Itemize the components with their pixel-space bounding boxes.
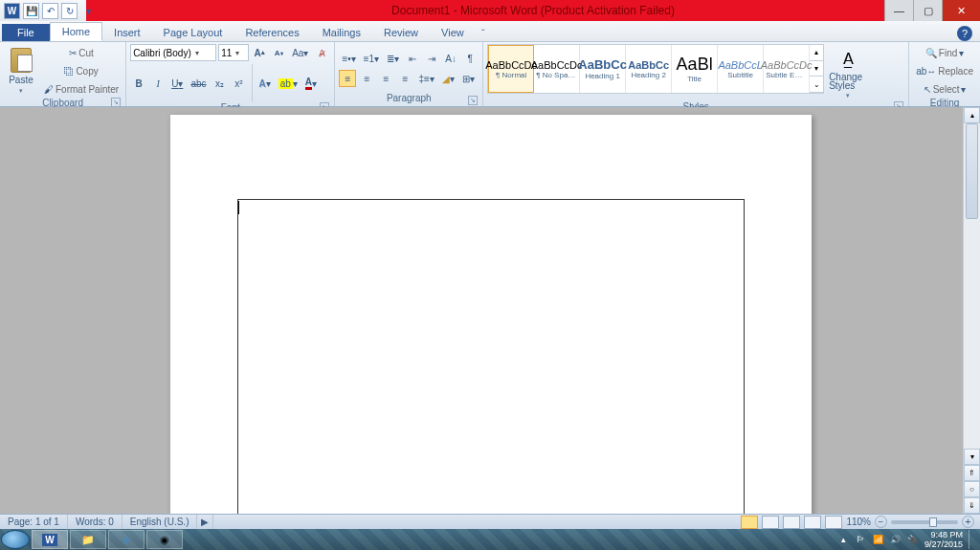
undo-icon[interactable]: ↶ — [42, 3, 58, 19]
find-button[interactable]: 🔍 Find ▾ — [913, 44, 976, 61]
clear-formatting-button[interactable]: A̷ — [313, 44, 330, 61]
full-screen-view-button[interactable] — [762, 516, 779, 529]
network-icon[interactable]: 📶 — [873, 534, 884, 545]
zoom-out-button[interactable]: − — [875, 516, 887, 528]
sort-button[interactable]: A↓ — [442, 50, 459, 67]
multilevel-list-button[interactable]: ≣▾ — [384, 50, 402, 67]
tab-home[interactable]: Home — [50, 22, 102, 41]
bold-button[interactable]: B — [130, 75, 147, 92]
cut-button[interactable]: ✂ Cut — [41, 44, 122, 61]
tab-review[interactable]: Review — [372, 24, 430, 41]
line-spacing-button[interactable]: ‡≡▾ — [415, 70, 436, 87]
highlight-button[interactable]: ab▾ — [276, 75, 301, 92]
scroll-up-button[interactable]: ▴ — [964, 107, 980, 123]
close-button[interactable]: ✕ — [942, 0, 980, 21]
tab-page-layout[interactable]: Page Layout — [152, 24, 234, 41]
draft-view-button[interactable] — [825, 516, 842, 529]
tab-view[interactable]: View — [430, 24, 476, 41]
align-right-button[interactable]: ≡ — [377, 70, 394, 87]
browse-next-button[interactable]: ⇓ — [964, 497, 980, 514]
copy-button[interactable]: ⿻ Copy — [41, 62, 122, 79]
browse-prev-button[interactable]: ⇑ — [964, 465, 980, 481]
scroll-thumb[interactable] — [966, 123, 978, 219]
browse-object-button[interactable]: ○ — [964, 481, 980, 497]
web-layout-view-button[interactable] — [783, 516, 800, 529]
status-words[interactable]: Words: 0 — [68, 515, 122, 529]
scroll-down-button[interactable]: ▾ — [964, 449, 980, 465]
system-clock[interactable]: 9:48 PM 9/27/2015 — [924, 530, 963, 549]
power-icon[interactable]: 🔌 — [907, 534, 919, 545]
align-center-button[interactable]: ≡ — [358, 70, 375, 87]
borders-button[interactable]: ⊞▾ — [459, 70, 478, 87]
document-page[interactable] — [170, 115, 812, 514]
change-case-button[interactable]: Aa▾ — [289, 44, 311, 61]
taskbar-explorer-button[interactable]: 📁 — [70, 530, 106, 549]
grow-font-button[interactable]: A▴ — [251, 44, 268, 61]
show-hidden-icons[interactable]: ▴ — [838, 534, 850, 545]
zoom-slider[interactable] — [891, 520, 958, 524]
replace-button[interactable]: ab↔ Replace — [913, 62, 976, 79]
tab-file[interactable]: File — [2, 24, 50, 41]
numbering-button[interactable]: ≡1▾ — [361, 50, 382, 67]
status-page[interactable]: Page: 1 of 1 — [0, 515, 68, 529]
show-marks-button[interactable]: ¶ — [461, 50, 479, 67]
styles-gallery-scroll[interactable]: ▴▾⌄ — [810, 45, 823, 93]
paragraph-dialog-launcher[interactable]: ↘ — [468, 96, 478, 105]
format-painter-button[interactable]: 🖌 Format Painter — [41, 80, 122, 98]
style-no-spacing[interactable]: AaBbCcDc¶ No Spaci... — [534, 45, 580, 93]
text-effects-button[interactable]: A▾ — [256, 75, 274, 92]
font-size-combo[interactable]: 11▾ — [218, 44, 249, 61]
clipboard-dialog-launcher[interactable]: ↘ — [111, 98, 121, 107]
save-icon[interactable]: 💾 — [23, 3, 39, 19]
strikethrough-button[interactable]: abc — [188, 75, 209, 92]
font-color-button[interactable]: A▾ — [302, 75, 320, 92]
minimize-button[interactable]: — — [884, 0, 913, 21]
style-title[interactable]: AaBlTitle — [672, 45, 718, 93]
taskbar-ie-button[interactable]: e — [108, 530, 145, 549]
text-box[interactable] — [237, 199, 745, 514]
select-button[interactable]: ↖ Select ▾ — [913, 80, 976, 98]
superscript-button[interactable]: x² — [231, 75, 248, 92]
tab-references[interactable]: References — [234, 24, 310, 41]
decrease-indent-button[interactable]: ⇤ — [404, 50, 421, 67]
style-normal[interactable]: AaBbCcDc¶ Normal — [488, 45, 534, 93]
style-heading-1[interactable]: AaBbCcHeading 1 — [580, 45, 626, 93]
tab-insert[interactable]: Insert — [102, 24, 152, 41]
minimize-ribbon-icon[interactable]: ˇ — [476, 26, 491, 41]
justify-button[interactable]: ≡ — [396, 70, 413, 87]
status-language[interactable]: English (U.S.) — [122, 515, 198, 529]
volume-icon[interactable]: 🔊 — [890, 534, 902, 545]
change-styles-button[interactable]: A̲ Change Styles ▾ — [827, 44, 869, 101]
paste-button[interactable]: Paste ▾ — [4, 44, 38, 98]
vertical-scrollbar[interactable]: ▴ ▾ ⇑ ○ ⇓ — [963, 107, 980, 514]
outline-view-button[interactable] — [804, 516, 821, 529]
taskbar-word-button[interactable]: W — [32, 530, 68, 549]
style-subtle-emphasis[interactable]: AaBbCcDcSubtle Em... — [764, 45, 810, 93]
styles-gallery[interactable]: AaBbCcDc¶ Normal AaBbCcDc¶ No Spaci... A… — [487, 44, 824, 94]
bullets-button[interactable]: ≡•▾ — [339, 50, 358, 67]
underline-button[interactable]: U ▾ — [168, 75, 186, 92]
start-button[interactable] — [1, 530, 30, 549]
print-layout-view-button[interactable] — [741, 516, 758, 529]
status-macro[interactable]: ▶ — [197, 515, 213, 529]
help-icon[interactable]: ? — [957, 26, 972, 41]
shading-button[interactable]: ◢▾ — [439, 70, 457, 87]
align-left-button[interactable]: ≡ — [339, 70, 356, 87]
qat-customize-icon[interactable]: ▾ — [80, 3, 97, 19]
zoom-level[interactable]: 110% — [846, 517, 871, 527]
italic-button[interactable]: I — [149, 75, 167, 92]
subscript-button[interactable]: x₂ — [212, 75, 229, 92]
action-center-icon[interactable]: 🏳 — [856, 534, 867, 545]
shrink-font-button[interactable]: A▾ — [270, 44, 287, 61]
taskbar-app-button[interactable]: ◉ — [146, 530, 183, 549]
style-heading-2[interactable]: AaBbCcHeading 2 — [626, 45, 672, 93]
maximize-button[interactable]: ▢ — [913, 0, 942, 21]
zoom-in-button[interactable]: + — [962, 516, 974, 528]
redo-icon[interactable]: ↻ — [61, 3, 78, 19]
show-desktop-button[interactable] — [969, 530, 974, 549]
word-icon[interactable]: W — [4, 3, 20, 19]
tab-mailings[interactable]: Mailings — [311, 24, 372, 41]
style-subtitle[interactable]: AaBbCcLSubtitle — [718, 45, 764, 93]
increase-indent-button[interactable]: ⇥ — [423, 50, 440, 67]
font-name-combo[interactable]: Calibri (Body)▾ — [130, 44, 216, 61]
